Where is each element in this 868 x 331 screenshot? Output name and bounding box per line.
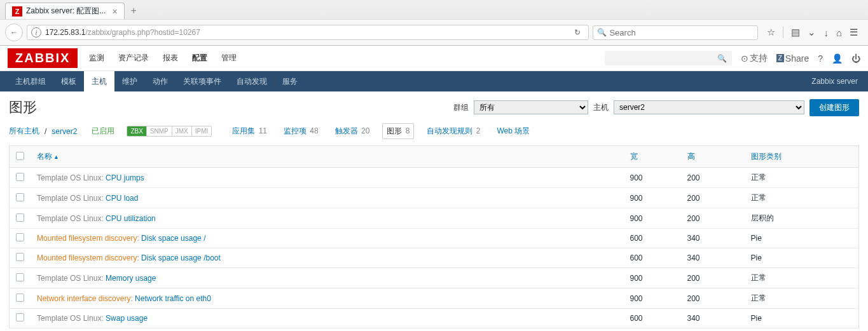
sub-nav-item[interactable]: 主机 [84,71,114,92]
bookmark-icon[interactable]: ☆ [767,27,775,38]
create-graph-button[interactable]: 创建图形 [809,99,859,116]
reload-icon[interactable]: ↻ [570,28,584,37]
graph-link[interactable]: Memory usage [106,274,156,283]
app-search-input[interactable] [610,53,717,63]
browser-tab[interactable]: Z Zabbix server: 配置图... × [5,3,125,19]
template-link[interactable]: Mounted filesystem discovery [37,234,137,243]
main-nav-item[interactable]: 监测 [88,46,106,70]
host-context: Zabbix server [811,77,860,86]
breadcrumb-host[interactable]: server2 [52,127,77,136]
availability-badge: ZBX [127,126,146,136]
info-icon[interactable]: i [31,27,41,37]
table-row: Network interface discovery: Network tra… [10,288,859,309]
table-row: Template OS Linux: CPU utilization900200… [10,208,859,229]
template-link[interactable]: Template OS Linux [37,274,101,283]
type-cell: 正常 [745,268,859,288]
sub-nav-item[interactable]: 维护 [114,71,145,92]
template-link[interactable]: Mounted filesystem discovery [37,253,137,262]
sub-nav-item[interactable]: 自动发现 [229,71,275,92]
table-row: Template OS Linux: Memory usage900200正常 [10,268,859,288]
sub-nav-item[interactable]: 服务 [275,71,305,92]
tab-favicon: Z [12,6,22,17]
group-select[interactable]: 所有 [474,100,588,114]
width-cell: 900 [624,268,681,288]
height-cell: 200 [681,168,745,188]
type-cell: 层积的 [745,208,859,229]
new-tab-button[interactable]: + [126,3,142,19]
row-checkbox[interactable] [16,173,24,181]
back-button[interactable]: ← [5,24,23,41]
row-checkbox[interactable] [16,213,24,222]
host-tab[interactable]: 应用集 11 [228,124,271,138]
col-name[interactable]: 名称▲ [31,146,624,168]
zabbix-logo[interactable]: ZABBIX [8,48,78,68]
host-tab[interactable]: 触发器 20 [331,124,374,138]
library-icon[interactable]: ▤ [791,27,800,38]
download-icon[interactable]: ↓ [823,27,829,38]
row-checkbox[interactable] [16,193,24,201]
graph-link[interactable]: CPU jumps [106,173,144,182]
menu-icon[interactable]: ☰ [850,27,858,38]
col-width[interactable]: 宽 [624,146,681,168]
host-tab[interactable]: 自动发现规则 2 [423,124,484,138]
graph-link[interactable]: Network traffic on eth0 [135,294,211,303]
breadcrumb-all-hosts[interactable]: 所有主机 [9,126,39,137]
graph-link[interactable]: Disk space usage / [141,234,205,243]
width-cell: 600 [624,248,681,268]
row-checkbox[interactable] [16,233,24,241]
host-tab[interactable]: Web 场景 [493,124,534,138]
template-link[interactable]: Template OS Linux [37,314,101,323]
template-link[interactable]: Template OS Linux [37,173,101,182]
url-path: /zabbix/graphs.php?hostid=10267 [85,28,200,37]
user-icon[interactable]: 👤 [832,53,843,64]
width-cell: 900 [624,208,681,229]
height-cell: 200 [681,288,745,309]
select-all-checkbox[interactable] [16,152,24,160]
col-height[interactable]: 高 [681,146,745,168]
close-icon[interactable]: × [112,6,117,17]
search-icon[interactable]: 🔍 [717,54,727,63]
type-cell: Pie [745,248,859,268]
sort-asc-icon: ▲ [53,154,59,160]
browser-search[interactable]: 🔍 [593,25,758,40]
power-icon[interactable]: ⏻ [851,53,860,64]
graph-link[interactable]: CPU load [106,194,138,203]
page-title: 图形 [9,98,37,117]
row-checkbox[interactable] [16,253,24,261]
graph-link[interactable]: Swap usage [106,314,148,323]
main-nav-item[interactable]: 报表 [162,46,179,70]
graph-link[interactable]: CPU utilization [106,214,156,223]
height-cell: 340 [681,309,745,328]
template-link[interactable]: Template OS Linux [37,214,101,223]
template-link[interactable]: Template OS Linux [37,194,101,203]
type-cell: Pie [745,309,859,328]
row-checkbox[interactable] [16,273,24,281]
main-nav-item[interactable]: 管理 [220,46,238,70]
sub-nav-item[interactable]: 关联项事件 [176,71,229,92]
row-checkbox[interactable] [16,294,24,302]
pocket-icon[interactable]: ⌄ [808,27,816,38]
sub-nav-item[interactable]: 动作 [145,71,176,92]
col-type[interactable]: 图形类别 [745,146,859,168]
graph-link[interactable]: Disk space usage /boot [141,253,221,262]
template-link[interactable]: Network interface discovery [37,294,130,303]
home-icon[interactable]: ⌂ [836,27,842,38]
width-cell: 900 [624,288,681,309]
row-checkbox[interactable] [16,313,24,321]
host-tab[interactable]: 监控项 48 [280,124,322,138]
host-select[interactable]: server2 [614,100,804,114]
sub-nav-item[interactable]: 模板 [53,71,84,92]
height-cell: 200 [681,188,745,208]
share-link[interactable]: Z Share [776,53,809,64]
support-link[interactable]: ⊙ 支持 [741,53,768,64]
main-nav-item[interactable]: 配置 [191,46,209,70]
separator: / [45,127,46,136]
host-tab[interactable]: 图形 8 [382,123,414,139]
search-input[interactable] [609,28,754,37]
height-cell: 200 [681,268,745,288]
url-input[interactable]: i 172.25.83.1/zabbix/graphs.php?hostid=1… [27,25,589,40]
main-nav-item[interactable]: 资产记录 [117,46,150,70]
help-icon[interactable]: ? [818,53,823,64]
sub-nav-item[interactable]: 主机群组 [8,71,53,92]
app-search[interactable]: 🔍 [605,51,732,65]
